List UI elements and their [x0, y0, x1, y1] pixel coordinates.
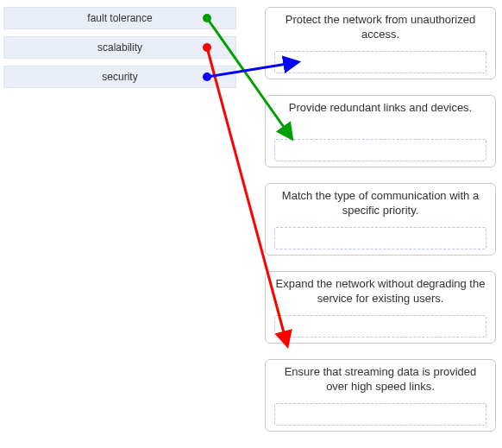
matching-diagram: fault tolerance scalability security Pro… [0, 0, 502, 448]
source-fault-tolerance[interactable]: fault tolerance [3, 7, 236, 29]
target-label: Provide redundant links and devices. [274, 101, 486, 116]
target-priority[interactable]: Match the type of communication with a s… [265, 183, 496, 256]
target-label: Ensure that streaming data is provided o… [274, 365, 486, 394]
target-redundant[interactable]: Provide redundant links and devices. [265, 95, 496, 167]
source-label: security [102, 71, 137, 83]
drop-slot[interactable] [274, 227, 486, 249]
target-protect[interactable]: Protect the network from unauthorized ac… [265, 7, 496, 79]
target-label: Expand the network without degrading the… [274, 277, 486, 306]
target-label: Match the type of communication with a s… [274, 189, 486, 218]
drop-slot[interactable] [274, 139, 486, 161]
drop-slot[interactable] [274, 403, 486, 426]
drop-slot[interactable] [274, 315, 486, 338]
target-label: Protect the network from unauthorized ac… [274, 13, 486, 42]
source-scalability[interactable]: scalability [3, 36, 236, 59]
target-expand[interactable]: Expand the network without degrading the… [265, 271, 496, 344]
source-label: scalability [97, 41, 142, 54]
target-streaming[interactable]: Ensure that streaming data is provided o… [265, 359, 496, 432]
source-security[interactable]: security [3, 66, 236, 88]
drop-slot[interactable] [274, 51, 486, 73]
source-label: fault tolerance [87, 12, 152, 24]
